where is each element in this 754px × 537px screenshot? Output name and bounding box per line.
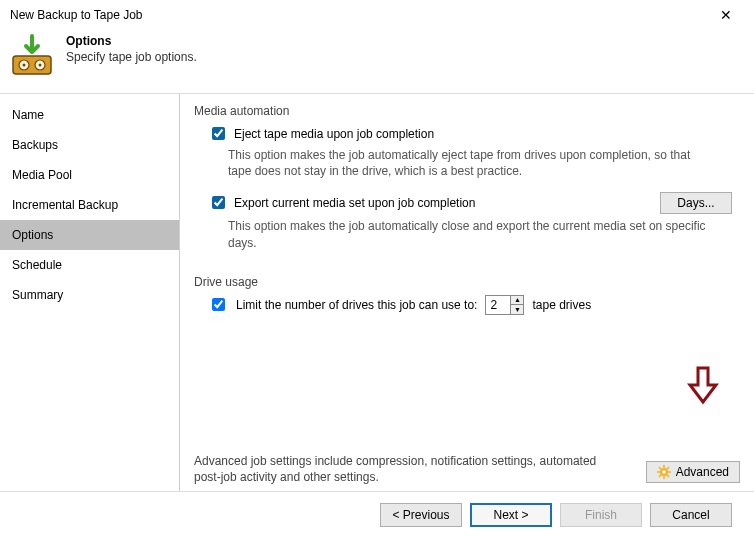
advanced-note: Advanced job settings include compressio…	[194, 453, 624, 485]
section-drive-usage: Drive usage	[194, 275, 740, 289]
titlebar: New Backup to Tape Job ✕	[0, 0, 754, 30]
sidebar-item-options[interactable]: Options	[0, 220, 179, 250]
checkbox-limit-drives[interactable]	[212, 298, 225, 311]
gear-icon	[657, 465, 671, 479]
checkbox-export-media-set[interactable]	[212, 196, 225, 209]
desc-eject-media: This option makes the job automatically …	[228, 147, 708, 179]
options-panel: Media automation Eject tape media upon j…	[180, 94, 754, 491]
sidebar-item-label: Media Pool	[12, 168, 72, 182]
cancel-button[interactable]: Cancel	[650, 503, 732, 527]
tape-job-icon	[10, 34, 54, 78]
sidebar-item-label: Schedule	[12, 258, 62, 272]
next-button[interactable]: Next >	[470, 503, 552, 527]
sidebar-item-backups[interactable]: Backups	[0, 130, 179, 160]
wizard-header: Options Specify tape job options.	[0, 30, 754, 94]
close-button[interactable]: ✕	[706, 1, 746, 29]
sidebar-item-incremental-backup[interactable]: Incremental Backup	[0, 190, 179, 220]
drives-spinner[interactable]: ▲ ▼	[485, 295, 524, 315]
finish-button: Finish	[560, 503, 642, 527]
sidebar-item-label: Options	[12, 228, 53, 242]
sidebar-item-label: Summary	[12, 288, 63, 302]
svg-point-4	[39, 64, 42, 67]
sidebar-item-summary[interactable]: Summary	[0, 280, 179, 310]
spinner-up-icon[interactable]: ▲	[511, 296, 523, 305]
previous-button[interactable]: < Previous	[380, 503, 462, 527]
label-tape-drives: tape drives	[532, 298, 591, 312]
sidebar-item-label: Backups	[12, 138, 58, 152]
svg-line-11	[667, 475, 669, 477]
sidebar-item-label: Incremental Backup	[12, 198, 118, 212]
advanced-button-label: Advanced	[676, 465, 729, 479]
svg-point-3	[23, 64, 26, 67]
desc-export-media-set: This option makes the job automatically …	[228, 218, 708, 250]
wizard-footer: < Previous Next > Finish Cancel	[0, 491, 754, 537]
drives-count-input[interactable]	[486, 296, 510, 314]
label-eject-media: Eject tape media upon job completion	[234, 127, 434, 141]
days-button[interactable]: Days...	[660, 192, 732, 214]
checkbox-eject-media[interactable]	[212, 127, 225, 140]
label-export-media-set: Export current media set upon job comple…	[234, 196, 475, 210]
advanced-button[interactable]: Advanced	[646, 461, 740, 483]
svg-line-12	[659, 475, 661, 477]
wizard-steps-sidebar: Name Backups Media Pool Incremental Back…	[0, 94, 180, 491]
annotation-arrow-icon	[686, 365, 720, 405]
svg-point-14	[662, 470, 666, 474]
header-subtitle: Specify tape job options.	[66, 50, 197, 64]
svg-line-10	[659, 467, 661, 469]
sidebar-item-label: Name	[12, 108, 44, 122]
label-limit-drives: Limit the number of drives this job can …	[236, 298, 477, 312]
header-title: Options	[66, 34, 197, 48]
sidebar-item-name[interactable]: Name	[0, 100, 179, 130]
window-title: New Backup to Tape Job	[10, 8, 143, 22]
sidebar-item-media-pool[interactable]: Media Pool	[0, 160, 179, 190]
spinner-down-icon[interactable]: ▼	[511, 305, 523, 314]
close-icon: ✕	[720, 7, 732, 23]
svg-line-13	[667, 467, 669, 469]
wizard-body: Name Backups Media Pool Incremental Back…	[0, 94, 754, 491]
sidebar-item-schedule[interactable]: Schedule	[0, 250, 179, 280]
section-media-automation: Media automation	[194, 104, 740, 118]
